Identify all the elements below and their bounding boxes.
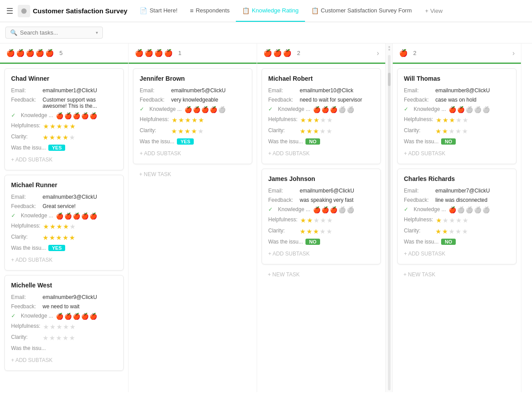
- star-filled: ★: [56, 223, 62, 231]
- star-filled: ★: [43, 122, 49, 130]
- feedback-field: Feedback: line was disconnected: [404, 197, 510, 203]
- check-icon: ✓: [11, 112, 17, 118]
- star-empty: ★: [326, 228, 332, 236]
- was-issue-label: Was the issu...: [268, 239, 303, 245]
- knowledge-field: ✓ Knowledge ... 🍎🍎🍎🍎🍎: [404, 206, 510, 213]
- knowledge-field: ✓ Knowledge ... 🍎🍎🍎🍎🍎: [404, 106, 510, 113]
- add-subtask-button[interactable]: + ADD SUBTASK: [404, 248, 510, 258]
- task-name: Michael Runner: [11, 181, 117, 189]
- email-value: emailnumber8@ClickU: [435, 87, 510, 94]
- star-rating: ★★★★★: [300, 216, 332, 224]
- star-filled: ★: [56, 234, 62, 242]
- was-issue-field: Was the issu... NO: [268, 138, 374, 145]
- feedback-label: Feedback:: [268, 97, 297, 103]
- apple-icon: 🍎: [35, 49, 44, 57]
- apple-icon-empty: 🍎: [466, 106, 473, 113]
- clarity-field: Clarity: ★★★★★: [11, 234, 117, 242]
- email-field: Email: emailnumber8@ClickU: [404, 87, 510, 94]
- feedback-field: Feedback: Great service!: [11, 203, 117, 209]
- yes-badge: YES: [177, 138, 194, 145]
- apple-icon: 🍎: [73, 313, 80, 320]
- star-filled: ★: [178, 127, 184, 135]
- new-task-button[interactable]: + NEW TASK: [262, 269, 381, 279]
- add-subtask-button[interactable]: + ADD SUBTASK: [140, 148, 246, 157]
- tab-start[interactable]: 📄 Start Here!: [133, 0, 184, 22]
- no-badge: NO: [441, 138, 456, 145]
- apple-icon: 🍎: [81, 112, 89, 119]
- clarity-label: Clarity:: [11, 334, 40, 340]
- apple-icon: 🍎: [64, 313, 72, 320]
- apple-icon: 🍎: [45, 49, 54, 57]
- feedback-value: case was on hold: [435, 97, 510, 103]
- new-task-button[interactable]: + NEW TASK: [397, 269, 516, 279]
- new-task-button[interactable]: + NEW TASK: [133, 169, 252, 178]
- respondents-icon: ≡: [190, 7, 193, 14]
- star-rating: ★★★★★: [172, 116, 204, 124]
- email-label: Email:: [404, 87, 433, 94]
- task-name: Will Thomas: [404, 75, 510, 82]
- hamburger-icon[interactable]: ☰: [4, 4, 15, 18]
- add-subtask-button[interactable]: + ADD SUBTASK: [11, 254, 117, 264]
- chevron-down-icon: ▾: [96, 30, 98, 35]
- apple-icon: 🍎: [90, 112, 97, 119]
- tab-knowledge[interactable]: 📋 Knowledge Rating: [236, 0, 305, 22]
- add-subtask-button[interactable]: + ADD SUBTASK: [268, 148, 374, 157]
- star-filled: ★: [300, 116, 306, 124]
- clarity-label: Clarity:: [11, 234, 40, 240]
- add-subtask-button[interactable]: + ADD SUBTASK: [404, 148, 510, 157]
- add-subtask-button[interactable]: + ADD SUBTASK: [268, 248, 374, 258]
- column-arrow-icon[interactable]: ›: [377, 49, 379, 57]
- knowledge-icon: 📋: [242, 7, 250, 14]
- star-empty: ★: [320, 116, 326, 124]
- task-card: Charles Richards Email: emailnumber7@Cli…: [397, 169, 516, 264]
- star-rating: ★★★★★: [43, 323, 75, 331]
- apple-icon: 🍎: [184, 106, 192, 113]
- tab-start-label: Start Here!: [149, 7, 177, 14]
- apple-icon: 🍎: [56, 112, 63, 119]
- helpfulness-label: Helpfulness:: [11, 223, 40, 229]
- star-empty: ★: [449, 228, 454, 236]
- apple-icon-empty: 🍎: [482, 206, 490, 213]
- task-name: Michael Robert: [268, 75, 374, 82]
- scrollbar-track[interactable]: [388, 55, 391, 390]
- star-empty: ★: [50, 323, 55, 331]
- check-icon: ✓: [140, 106, 146, 112]
- column-apple-icons: 🍎🍎🍎🍎🍎: [6, 49, 54, 57]
- apple-icon: 🍎: [457, 106, 465, 113]
- star-empty: ★: [43, 334, 48, 342]
- star-filled: ★: [307, 216, 313, 224]
- check-icon: ✓: [404, 206, 410, 212]
- add-subtask-button[interactable]: + ADD SUBTASK: [11, 154, 117, 164]
- apple-icon-empty: 🍎: [474, 206, 481, 213]
- star-empty: ★: [456, 216, 462, 224]
- star-empty: ★: [69, 134, 75, 141]
- was-issue-label: Was the issu...: [268, 138, 303, 145]
- star-filled: ★: [300, 216, 306, 224]
- column-count: 2: [297, 50, 300, 56]
- tab-survey-form[interactable]: 📋 Customer Satisfaction Survey Form: [305, 0, 418, 22]
- star-filled: ★: [436, 216, 442, 224]
- search-wrapper[interactable]: 🔍 ▾: [5, 27, 103, 39]
- tab-respondents[interactable]: ≡ Respondents: [184, 0, 236, 22]
- scrollbar-thumb[interactable]: [388, 73, 391, 86]
- clarity-field: Clarity: ★★★★★: [11, 334, 117, 342]
- star-filled: ★: [63, 223, 69, 231]
- knowledge-label: Knowledge ...: [149, 106, 182, 112]
- task-name: Chad Winner: [11, 75, 117, 82]
- task-card: Will Thomas Email: emailnumber8@ClickU F…: [397, 68, 516, 164]
- clarity-label: Clarity:: [268, 228, 297, 234]
- app-title: Customer Satisfaction Survey: [33, 7, 127, 15]
- star-empty: ★: [70, 223, 75, 231]
- apple-icon-empty: 🍎: [338, 206, 346, 213]
- column-count: 2: [413, 50, 416, 56]
- add-view-button[interactable]: + View: [421, 8, 447, 14]
- apple-icon: 🍎: [56, 313, 63, 320]
- email-label: Email:: [268, 87, 297, 94]
- column-scroll: Chad Winner Email: emailnumber1@ClickU F…: [0, 64, 128, 392]
- add-subtask-button[interactable]: + ADD SUBTASK: [11, 354, 117, 364]
- feedback-label: Feedback:: [140, 97, 168, 103]
- column-arrow-icon[interactable]: ›: [512, 49, 515, 57]
- search-input[interactable]: [20, 29, 82, 36]
- knowledge-field: ✓ Knowledge ... 🍎🍎🍎🍎🍎: [140, 106, 246, 113]
- clarity-label: Clarity:: [140, 127, 168, 134]
